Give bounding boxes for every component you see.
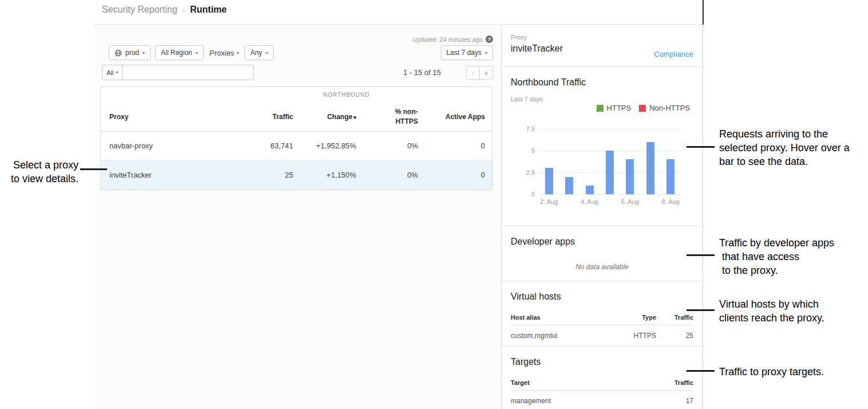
chart-bar[interactable] (666, 159, 674, 194)
chart-plot (539, 129, 681, 194)
search-toolbar: All ▾ 1 - 15 of 15 ‹ › (102, 65, 493, 80)
callout-line: to the proxy. (719, 264, 834, 277)
region-filter-button[interactable]: All Region ▾ (155, 45, 204, 60)
callout-line: Traffic to proxy targets. (719, 365, 824, 379)
compliance-link[interactable]: Compliance (654, 50, 693, 58)
chart-bar[interactable] (545, 168, 553, 194)
callout-virtual-hosts: Virtual hosts by which clients reach the… (719, 297, 824, 325)
callout-line: Requests arriving to the (719, 127, 850, 141)
date-range-button[interactable]: Last 7 days ▾ (441, 45, 493, 60)
y-tick-label: 7.5 (526, 125, 535, 132)
cell-change: +1,952.85% (293, 141, 356, 150)
cell-type: HTTPS (622, 332, 656, 340)
breadcrumb: Security Reporting › Runtime (102, 5, 227, 15)
callout-line: clients reach the proxy. (719, 311, 824, 325)
proxy-label: Proxy (511, 34, 693, 41)
environment-filter-button[interactable]: prod ▾ (109, 45, 151, 60)
column-header-host-alias: Host alias (511, 314, 622, 321)
callout-developer-apps: Traffic by developer apps that have acce… (719, 236, 834, 277)
callout-select-proxy: Select a proxy to view details. (0, 158, 78, 186)
filter-toolbar: prod ▾ All Region ▾ Proxies ▾ Any ▾ Las (109, 45, 493, 60)
any-filter-value: Any (250, 49, 262, 57)
table-row-invitetracker[interactable]: inviteTracker 25 +1,150% 0% 0 (101, 160, 492, 190)
pagination-range-label: 1 - 15 of 15 (403, 68, 441, 77)
updated-timestamp: Updated: 24 minutes ago (412, 36, 483, 43)
y-tick-label: 2.5 (526, 169, 535, 176)
chevron-down-icon: ▾ (485, 50, 487, 56)
page-title: Runtime (190, 5, 227, 15)
legend-item-https: HTTPS (597, 104, 632, 112)
callout-line: Traffic by developer apps (719, 236, 834, 250)
chart-x-tick-label: 6. Aug (621, 198, 639, 205)
virtual-hosts-table-header: Host alias Type Traffic (511, 314, 693, 325)
chart-bar[interactable] (606, 151, 614, 194)
column-header-non-https[interactable]: % non-HTTPS (356, 107, 418, 125)
globe-icon (115, 49, 122, 57)
no-data-message: No data available (511, 263, 693, 271)
proxy-list-pane: Updated: 24 minutes ago ? prod ▾ All Reg… (94, 25, 501, 409)
legend-label-non-https: Non-HTTPS (649, 104, 690, 112)
pagination-controls: ‹ › (466, 66, 493, 80)
chart-x-labels: 2. Aug4. Aug6. Aug8. Aug (539, 198, 681, 206)
targets-section: Targets Target Traffic management 17 (502, 347, 703, 409)
chart-bar[interactable] (586, 186, 594, 194)
help-icon[interactable]: ? (486, 36, 493, 43)
non-https-legend-swatch (639, 105, 646, 112)
column-header-active-apps[interactable]: Active Apps (418, 113, 485, 121)
column-header-change[interactable]: Change▾ (293, 113, 356, 121)
next-page-button[interactable]: › (479, 66, 493, 80)
column-header-change-label: Change (327, 113, 352, 121)
chart-y-axis: 7.5 5 2.5 0 (511, 129, 535, 194)
any-filter-button[interactable]: Any ▾ (244, 45, 274, 60)
chevron-down-icon: ▾ (116, 70, 118, 75)
breadcrumb-section-link[interactable]: Security Reporting (102, 5, 177, 15)
northbound-traffic-title: Northbound Traffic (511, 77, 693, 88)
chart-bar[interactable] (626, 159, 634, 194)
cell-traffic: 17 (656, 397, 693, 405)
column-header-traffic: Traffic (656, 379, 693, 386)
column-header-proxy[interactable]: Proxy (101, 113, 230, 121)
detail-header-section: Proxy inviteTracker Compliance (502, 25, 703, 67)
column-header-traffic[interactable]: Traffic (230, 113, 293, 121)
cell-non-https: 0% (356, 171, 418, 179)
chevron-down-icon: ▾ (236, 50, 239, 56)
developer-apps-title: Developer apps (511, 237, 693, 247)
virtual-hosts-table: Host alias Type Traffic custom,mgmtui HT… (511, 314, 693, 340)
chevron-down-icon: ▾ (143, 50, 145, 56)
https-legend-swatch (597, 105, 603, 112)
cell-change: +1,150% (293, 171, 356, 179)
cell-active-apps: 0 (418, 171, 485, 179)
callout-line: Virtual hosts by which (719, 297, 824, 311)
callout-connector-line (686, 146, 715, 148)
crop-border-line (703, 0, 704, 25)
virtual-hosts-title: Virtual hosts (511, 292, 693, 302)
cell-host-alias: custom,mgmtui (511, 332, 622, 340)
chart-x-tick-label: 8. Aug (662, 198, 680, 205)
virtual-host-row: custom,mgmtui HTTPS 25 (511, 325, 693, 340)
environment-filter-value: prod (125, 49, 139, 57)
screenshot-canvas: Security Reporting › Runtime Updated: 24… (0, 0, 868, 409)
callout-line: selected proxy. Hover over a (719, 141, 850, 155)
column-header-target: Target (511, 379, 656, 386)
northbound-traffic-section: Northbound Traffic Last 7 days HTTPS Non… (502, 67, 703, 226)
previous-page-button[interactable]: ‹ (466, 66, 480, 80)
cell-target: management (511, 397, 656, 405)
chart-x-tick-label: 4. Aug (581, 198, 598, 205)
runtime-report-frame: Updated: 24 minutes ago ? prod ▾ All Reg… (94, 24, 703, 409)
legend-item-non-https: Non-HTTPS (639, 104, 690, 112)
legend-label-https: HTTPS (607, 104, 632, 112)
chart-subtitle: Last 7 days (511, 96, 693, 103)
chart-legend: HTTPS Non-HTTPS (597, 104, 690, 112)
search-scope-dropdown[interactable]: All ▾ (102, 65, 123, 80)
chevron-down-icon: ▾ (196, 50, 198, 56)
callout-line: that have access (719, 250, 834, 264)
column-header-type: Type (622, 314, 656, 321)
search-input[interactable] (122, 65, 254, 80)
virtual-hosts-section: Virtual hosts Host alias Type Traffic cu… (502, 281, 703, 347)
table-row-navbar-proxy[interactable]: navbar-proxy 63,741 +1,952.85% 0% 0 (101, 132, 492, 160)
column-header-non-https-label: % non-HTTPS (389, 107, 418, 125)
entity-type-dropdown[interactable]: Proxies ▾ (208, 45, 240, 60)
cell-proxy-name: navbar-proxy (101, 141, 230, 150)
chart-bar[interactable] (646, 142, 654, 194)
chart-bar[interactable] (565, 177, 573, 194)
